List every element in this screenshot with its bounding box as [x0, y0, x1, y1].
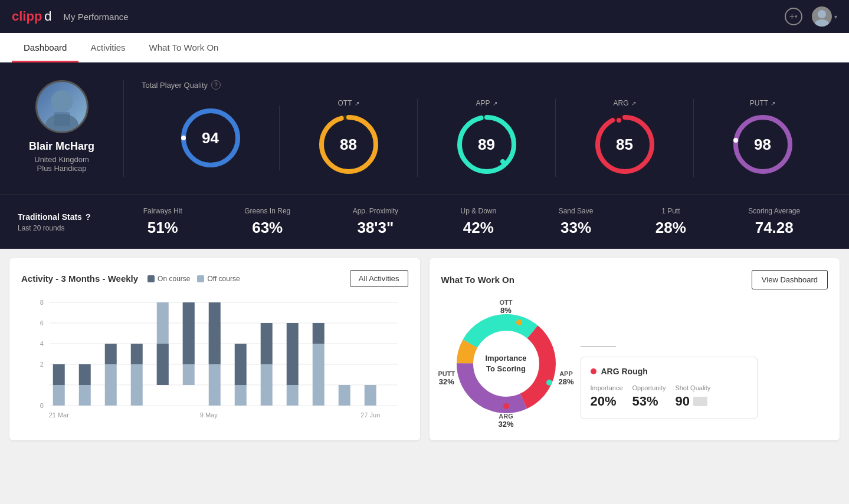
ott-label-text: OTT	[338, 99, 352, 107]
tab-dashboard[interactable]: Dashboard	[12, 33, 78, 62]
svg-rect-52	[261, 364, 273, 406]
stats-bar: Traditional Stats ? Last 20 rounds Fairw…	[0, 195, 849, 249]
activity-card: Activity - 3 Months - Weekly On course O…	[9, 258, 420, 440]
arg-label-text: ARG	[613, 99, 628, 107]
avatar	[812, 6, 832, 27]
player-avatar	[35, 80, 88, 133]
info-metric-importance: Importance 20%	[591, 384, 623, 409]
donut-center-line1: Importance	[485, 353, 526, 364]
add-button[interactable]: + ▾	[785, 8, 802, 25]
shot-quality-badge	[693, 397, 707, 406]
player-section: Blair McHarg United Kingdom Plus Handica…	[18, 80, 124, 177]
shot-quality-value: 90	[675, 394, 689, 409]
svg-point-2	[51, 90, 73, 112]
stat-app-proximity-label: App. Proximity	[353, 207, 398, 215]
stat-scoring-avg: Scoring Average 74.28	[748, 207, 800, 237]
wtwo-card-title: What To Work On	[441, 275, 514, 285]
putt-label-text: PUTT	[750, 99, 768, 107]
tab-what-to-work-on[interactable]: What To Work On	[137, 33, 231, 62]
stat-scoring-avg-value: 74.28	[755, 219, 794, 237]
arg-segment-label: ARG	[498, 413, 513, 420]
activity-card-title: Activity - 3 Months - Weekly	[21, 274, 138, 284]
stat-one-putt-label: 1 Putt	[661, 207, 680, 215]
ott-segment-pct: 8%	[500, 306, 513, 315]
svg-rect-48	[209, 323, 221, 344]
stat-fairways-hit: Fairways Hit 51%	[143, 207, 182, 237]
donut-label-ott: OTT 8%	[500, 299, 513, 315]
svg-text:0: 0	[40, 402, 44, 409]
svg-text:2: 2	[40, 361, 44, 368]
donut-center-line2: To Scoring	[485, 364, 526, 374]
ott-segment-label: OTT	[500, 299, 513, 306]
quality-section: Total Player Quality ? 94 OTT	[124, 80, 831, 177]
stats-subtitle: Last 20 rounds	[18, 224, 112, 232]
quality-scores: 94 OTT ↗ 88	[142, 99, 831, 177]
stats-help-icon[interactable]: ?	[86, 212, 91, 222]
svg-rect-58	[339, 385, 350, 406]
svg-text:8: 8	[40, 299, 44, 306]
quality-help-icon[interactable]: ?	[211, 80, 221, 90]
svg-rect-50	[235, 385, 247, 406]
app-segment-pct: 28%	[558, 377, 573, 386]
gauge-app-value: 89	[478, 136, 495, 154]
svg-rect-37	[131, 364, 143, 406]
svg-rect-38	[131, 344, 143, 364]
putt-segment-pct: 32%	[438, 377, 455, 386]
player-country: United Kingdom	[34, 155, 89, 164]
gauge-app: 89	[454, 112, 519, 177]
info-card-title: ARG Rough	[591, 367, 748, 376]
stat-sand-save-value: 33%	[560, 219, 591, 237]
importance-label: Importance	[591, 384, 623, 391]
stats-label-section: Traditional Stats ? Last 20 rounds	[18, 212, 112, 232]
score-ott: OTT ↗ 88	[280, 99, 418, 177]
gauge-putt: 98	[730, 112, 795, 177]
bar-chart: 8 6 4 2 0	[21, 297, 408, 426]
what-to-work-on-card: What To Work On View Dashboard	[430, 258, 840, 440]
hero-section: Blair McHarg United Kingdom Plus Handica…	[0, 62, 849, 195]
app-segment-label: APP	[558, 370, 573, 377]
svg-rect-53	[261, 323, 273, 364]
legend-off-course: Off course	[197, 275, 240, 283]
svg-rect-55	[287, 323, 299, 385]
info-metric-opportunity: Opportunity 53%	[632, 384, 666, 409]
app-label: APP ↗	[476, 99, 497, 107]
app-arrow-icon: ↗	[493, 100, 497, 107]
info-card: ARG Rough Importance 20% Opportunity 53%…	[581, 357, 758, 419]
connector-line	[581, 346, 616, 347]
svg-rect-57	[313, 323, 324, 344]
tab-activities[interactable]: Activities	[78, 33, 137, 62]
header-title: My Performance	[64, 12, 129, 22]
arg-label: ARG ↗	[613, 99, 635, 107]
quality-label: Total Player Quality ?	[142, 80, 831, 90]
gauge-total-value: 94	[202, 129, 219, 147]
wtwo-card-header: What To Work On View Dashboard	[441, 270, 828, 289]
wtwo-content: OTT 8% APP 28% ARG 32% PUTT	[441, 299, 828, 429]
svg-rect-59	[365, 385, 376, 406]
stat-greens-in-reg-value: 63%	[252, 219, 283, 237]
stat-sand-save-label: Sand Save	[559, 207, 594, 215]
logo: clippd	[12, 9, 52, 24]
legend-on-course: On course	[147, 275, 190, 283]
svg-rect-36	[105, 344, 117, 364]
shot-quality-value-row: 90	[675, 394, 710, 409]
score-putt: PUTT ↗ 98	[694, 99, 831, 177]
stat-app-proximity: App. Proximity 38'3"	[353, 207, 398, 237]
svg-rect-44	[183, 323, 195, 344]
svg-point-13	[500, 159, 505, 164]
logo-clip: clipp	[12, 9, 42, 24]
stat-app-proximity-value: 38'3"	[357, 219, 394, 237]
avatar-button[interactable]: ▾	[812, 6, 837, 27]
stat-one-putt-value: 28%	[655, 219, 686, 237]
view-dashboard-button[interactable]: View Dashboard	[752, 270, 828, 289]
donut-chart: OTT 8% APP 28% ARG 32% PUTT	[441, 299, 571, 429]
svg-point-0	[818, 10, 826, 18]
stat-up-down-value: 42%	[463, 219, 494, 237]
arg-segment-pct: 32%	[498, 420, 513, 429]
svg-text:21 Mar: 21 Mar	[49, 411, 70, 419]
wtwo-info-section: ARG Rough Importance 20% Opportunity 53%…	[581, 299, 828, 419]
svg-rect-47	[209, 344, 221, 364]
red-dot-icon	[591, 368, 596, 374]
gauge-ott: 88	[316, 112, 381, 177]
all-activities-button[interactable]: All Activities	[350, 270, 408, 287]
gauge-arg: 85	[592, 112, 657, 177]
